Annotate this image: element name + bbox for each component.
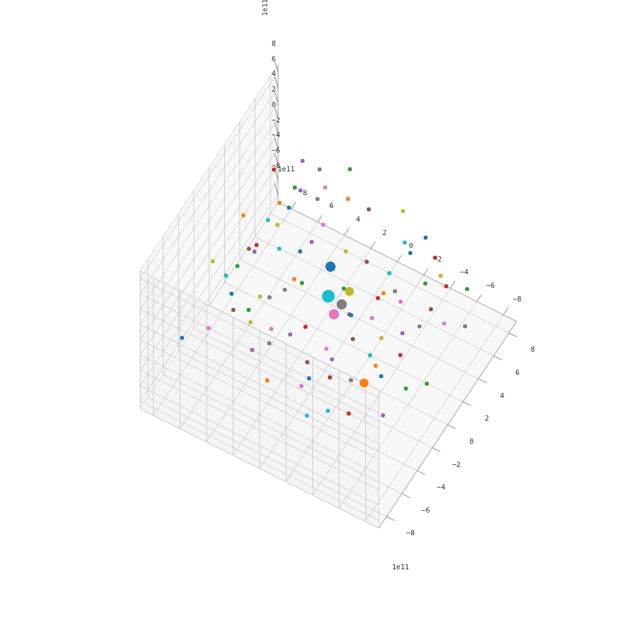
scatter-point xyxy=(211,260,214,263)
scatter-point xyxy=(433,256,437,260)
svg-line-62 xyxy=(402,494,410,498)
scatter-point xyxy=(323,185,327,189)
scatter-point xyxy=(269,327,273,331)
svg-text:0: 0 xyxy=(272,100,276,109)
scatter-point xyxy=(299,384,303,388)
scatter-point xyxy=(402,240,406,244)
scatter-point xyxy=(368,353,372,357)
scatter-point xyxy=(303,325,307,328)
svg-text:8: 8 xyxy=(303,189,307,197)
svg-text:2: 2 xyxy=(485,414,489,422)
scatter-point xyxy=(398,353,402,357)
svg-text:4: 4 xyxy=(500,392,505,400)
svg-text:−6: −6 xyxy=(421,506,430,515)
scatter-point xyxy=(370,316,374,320)
scatter-point xyxy=(316,197,319,201)
svg-text:−4: −4 xyxy=(272,131,281,139)
svg-line-74 xyxy=(494,356,502,360)
scatter-point xyxy=(278,201,281,205)
svg-text:2: 2 xyxy=(383,229,387,237)
scatter-point xyxy=(283,288,287,292)
scatter-point xyxy=(235,264,239,268)
scatter-point xyxy=(381,413,384,417)
scatter-point xyxy=(393,289,397,293)
scatter-point xyxy=(348,167,352,171)
scatter-point xyxy=(444,284,448,288)
scatter-point xyxy=(337,299,347,310)
scatter-point xyxy=(265,379,269,383)
svg-line-86 xyxy=(397,255,402,262)
scatter-point xyxy=(329,309,339,319)
svg-text:−8: −8 xyxy=(513,295,521,303)
scatter-point xyxy=(345,287,354,296)
scatter-point xyxy=(379,374,383,378)
scatter-point xyxy=(229,292,233,296)
svg-line-94 xyxy=(291,202,296,209)
scatter-point xyxy=(293,185,297,189)
svg-line-92 xyxy=(317,215,322,222)
scatter-point xyxy=(465,287,469,291)
scatter-point xyxy=(376,296,380,300)
scatter-point xyxy=(424,236,428,240)
scatter-point xyxy=(272,167,276,171)
svg-text:−4: −4 xyxy=(437,483,446,491)
scatter-point xyxy=(379,336,383,340)
scatter-point xyxy=(365,260,368,263)
svg-text:1e11: 1e11 xyxy=(261,0,269,16)
scatter-point xyxy=(250,348,254,352)
svg-line-66 xyxy=(432,448,440,451)
scatter-point xyxy=(328,375,332,379)
scatter-point xyxy=(300,281,304,285)
scatter-point xyxy=(417,325,421,328)
scatter-point xyxy=(267,341,271,345)
svg-text:4: 4 xyxy=(272,70,276,78)
scatter-point xyxy=(346,196,350,200)
scatter-point xyxy=(317,167,321,171)
scatter-point xyxy=(266,218,270,222)
scatter-point xyxy=(247,308,251,312)
scatter-3d: −8−6−4−202468−8−6−4−202468−8−6−4−2024681… xyxy=(0,0,644,644)
scatter-point xyxy=(322,290,335,303)
scatter-point xyxy=(249,320,252,324)
scatter-point xyxy=(277,247,281,251)
scatter-point xyxy=(442,321,446,325)
scatter-point xyxy=(325,346,328,350)
svg-line-78 xyxy=(504,308,508,315)
scatter-point xyxy=(267,296,271,299)
scatter-point xyxy=(242,213,245,217)
scatter-point xyxy=(305,360,309,364)
scatter-point xyxy=(463,324,467,328)
scatter-point xyxy=(399,299,402,303)
scatter-point xyxy=(207,326,211,330)
svg-text:−2: −2 xyxy=(272,116,280,124)
svg-line-82 xyxy=(450,281,455,289)
scatter-point xyxy=(254,243,258,247)
scatter-point xyxy=(344,249,348,253)
scatter-point xyxy=(292,277,296,281)
scatter-point xyxy=(325,261,336,272)
scatter-point xyxy=(346,412,350,415)
scatter-point xyxy=(401,331,404,335)
svg-line-68 xyxy=(448,425,455,429)
scatter-point xyxy=(423,281,427,285)
scatter-point xyxy=(298,249,302,253)
svg-text:6: 6 xyxy=(515,368,520,377)
svg-text:−8: −8 xyxy=(406,529,415,537)
scatter-point xyxy=(307,376,311,380)
svg-line-84 xyxy=(424,268,428,275)
scatter-point xyxy=(252,250,256,254)
scatter-point xyxy=(310,240,314,243)
svg-text:2: 2 xyxy=(272,85,276,93)
svg-line-60 xyxy=(386,516,394,520)
scatter-point xyxy=(288,332,292,336)
scatter-point xyxy=(330,357,334,361)
svg-text:6: 6 xyxy=(330,202,334,210)
svg-text:8: 8 xyxy=(531,345,535,354)
scatter-point xyxy=(231,308,235,312)
scatter-point xyxy=(401,209,404,213)
scatter-point xyxy=(408,251,412,255)
scatter-point xyxy=(404,386,408,390)
svg-text:−6: −6 xyxy=(486,281,495,290)
scatter-point xyxy=(287,205,290,209)
scatter-point xyxy=(276,223,279,227)
